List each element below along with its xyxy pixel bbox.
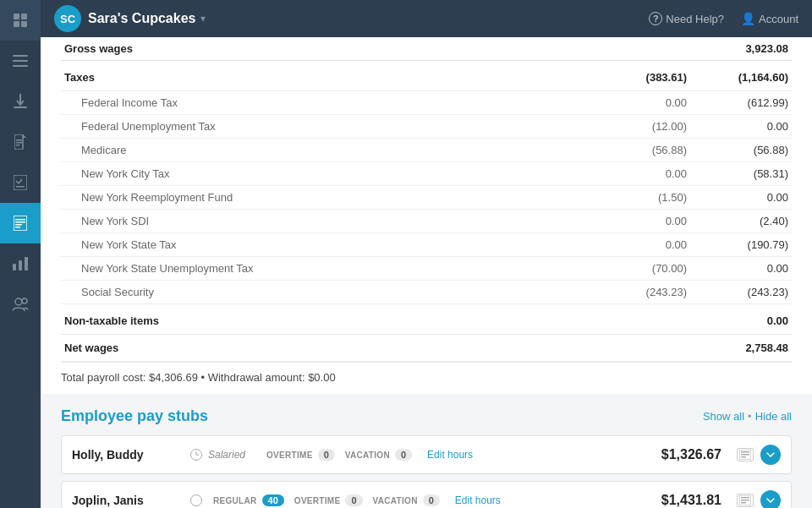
tax-federal-income-mid: 0.00	[589, 91, 690, 115]
gross-wages-value: 3,923.08	[690, 37, 792, 61]
svg-rect-17	[15, 224, 22, 226]
nontaxable-row: Non-taxable items 0.00	[61, 304, 792, 335]
tax-ny-sdi-right: (2.40)	[690, 210, 792, 233]
sidebar-icon-users[interactable]	[0, 284, 41, 325]
sidebar-icon-payroll[interactable]	[0, 203, 41, 243]
tax-social-security-label: Social Security	[61, 281, 589, 304]
tax-ny-state-mid: 0.00	[589, 233, 690, 257]
sidebar-icon-download[interactable]	[0, 81, 41, 122]
question-icon: ?	[649, 12, 662, 25]
tax-ny-reemployment-label: New York Reemployment Fund	[61, 186, 589, 210]
tax-medicare-mid: (56.88)	[589, 139, 690, 162]
net-wages-value: 2,758.48	[690, 335, 792, 362]
expand-button-holly[interactable]	[760, 445, 781, 465]
nontaxable-mid	[589, 304, 690, 335]
svg-rect-29	[741, 497, 749, 499]
nontaxable-value: 0.00	[690, 304, 792, 335]
svg-rect-2	[14, 21, 19, 27]
employee-row-holly: Holly, Buddy Salaried OVERTIME 0 VACATIO…	[61, 435, 792, 474]
svg-rect-16	[15, 221, 25, 223]
gross-wages-mid	[589, 37, 690, 61]
show-all-link[interactable]: Show all	[703, 410, 744, 423]
sidebar	[0, 0, 41, 508]
taxes-mid: (383.61)	[589, 61, 690, 91]
tax-federal-unemployment-right: 0.00	[690, 115, 792, 139]
svg-rect-0	[14, 14, 19, 19]
svg-rect-19	[13, 264, 16, 270]
employee-actions-holly	[737, 445, 781, 465]
employee-actions-joplin	[737, 490, 781, 508]
sidebar-icon-checklist[interactable]	[0, 162, 41, 203]
badge-group-joplin: REGULAR 40 OVERTIME 0 VACATION 0	[213, 494, 440, 506]
tax-nyc-label: New York City Tax	[61, 162, 589, 186]
svg-rect-3	[21, 21, 27, 27]
table-row: New York Reemployment Fund (1.50) 0.00	[61, 186, 792, 210]
svg-rect-9	[16, 139, 22, 141]
svg-rect-21	[25, 257, 28, 270]
account-link[interactable]: 👤 Account	[741, 12, 798, 25]
sidebar-icon-chart[interactable]	[0, 243, 41, 284]
edit-hours-link-holly[interactable]: Edit hours	[427, 449, 473, 461]
tax-ny-state-unemployment-label: New York State Unemployment Tax	[61, 257, 589, 281]
brand-chevron-icon[interactable]: ▾	[200, 13, 206, 25]
show-hide-controls: Show all • Hide all	[703, 410, 792, 423]
tax-medicare-right: (56.88)	[690, 139, 792, 162]
taxes-right: (1,164.60)	[690, 61, 792, 91]
hide-all-link[interactable]: Hide all	[755, 410, 792, 423]
svg-rect-15	[15, 219, 25, 221]
tax-federal-income-label: Federal Income Tax	[61, 91, 589, 115]
regular-value-joplin: 40	[262, 494, 284, 506]
net-wages-row: Net wages 2,758.48	[61, 335, 792, 362]
svg-rect-13	[16, 186, 25, 188]
overtime-label-joplin: OVERTIME	[294, 496, 341, 505]
stub-pdf-icon-holly[interactable]	[737, 448, 754, 462]
sidebar-icon-dashboard[interactable]	[0, 0, 41, 41]
tax-ny-reemployment-right: 0.00	[690, 186, 792, 210]
svg-rect-1	[21, 14, 27, 19]
employee-name-holly: Holly, Buddy	[72, 448, 182, 462]
tax-federal-income-right: (612.99)	[690, 91, 792, 115]
person-icon: 👤	[741, 12, 755, 25]
brand-name: Sara's Cupcakes	[88, 11, 195, 26]
vacation-value-holly: 0	[395, 449, 412, 461]
tax-federal-unemployment-label: Federal Unemployment Tax	[61, 115, 589, 139]
sidebar-icon-document[interactable]	[0, 122, 41, 162]
gross-wages-row: Gross wages 3,923.08	[61, 37, 792, 61]
overtime-label-holly: OVERTIME	[266, 451, 313, 460]
brand-initials: SC	[60, 13, 75, 25]
svg-rect-26	[741, 454, 749, 456]
expand-button-joplin[interactable]	[760, 490, 781, 508]
stub-pdf-icon-joplin[interactable]	[737, 494, 754, 507]
employee-amount-holly: $1,326.67	[661, 447, 721, 462]
edit-hours-link-joplin[interactable]: Edit hours	[455, 494, 501, 506]
tax-ny-sdi-label: New York SDI	[61, 210, 589, 233]
table-row: Federal Income Tax 0.00 (612.99)	[61, 91, 792, 115]
tax-ny-state-right: (190.79)	[690, 233, 792, 257]
tax-nyc-right: (58.31)	[690, 162, 792, 186]
svg-rect-30	[741, 500, 749, 501]
svg-rect-12	[14, 175, 27, 190]
tax-ny-state-unemployment-mid: (70.00)	[589, 257, 690, 281]
tax-federal-unemployment-mid: (12.00)	[589, 115, 690, 139]
brand-logo: SC	[54, 5, 81, 32]
table-row: New York State Tax 0.00 (190.79)	[61, 233, 792, 257]
tax-ny-state-label: New York State Tax	[61, 233, 589, 257]
pay-stubs-section: Employee pay stubs Show all • Hide all H…	[41, 394, 812, 508]
table-row: Federal Unemployment Tax (12.00) 0.00	[61, 115, 792, 139]
payroll-summary-text: Total payroll cost: $4,306.69 • Withdraw…	[61, 371, 336, 384]
employee-type-holly: Salaried	[190, 449, 258, 461]
net-wages-label: Net wages	[61, 335, 589, 362]
help-link[interactable]: ? Need Help?	[649, 12, 724, 25]
svg-rect-20	[19, 260, 22, 270]
table-row: New York SDI 0.00 (2.40)	[61, 210, 792, 233]
top-nav: SC Sara's Cupcakes ▾ ? Need Help? 👤 Acco…	[41, 0, 812, 37]
account-label: Account	[759, 13, 798, 25]
separator-dot: •	[748, 410, 752, 423]
svg-point-22	[15, 298, 22, 305]
page-content: Gross wages 3,923.08 Taxes (383.61) (1,1…	[41, 37, 812, 508]
svg-rect-18	[15, 227, 20, 228]
tax-ny-state-unemployment-right: 0.00	[690, 257, 792, 281]
sidebar-icon-list[interactable]	[0, 41, 41, 81]
summary-table: Gross wages 3,923.08 Taxes (383.61) (1,1…	[61, 37, 792, 362]
tax-medicare-label: Medicare	[61, 139, 589, 162]
